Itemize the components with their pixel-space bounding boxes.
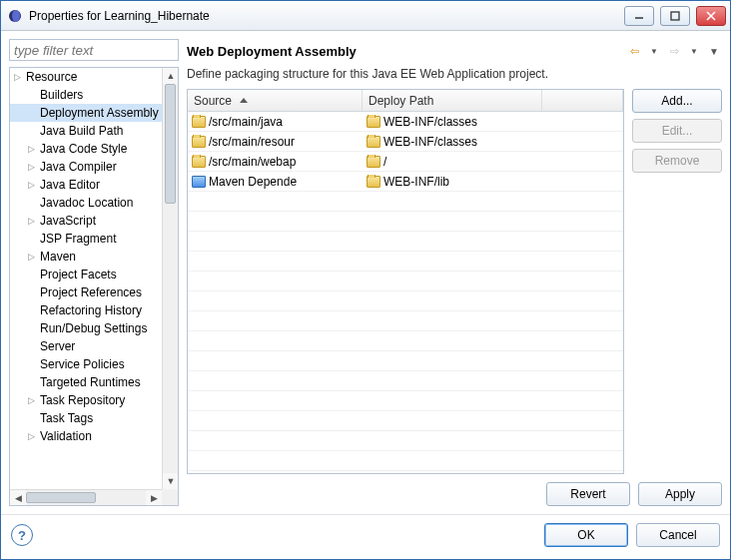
folder-icon xyxy=(192,156,206,168)
maximize-button[interactable] xyxy=(660,6,690,26)
tree-item[interactable]: Run/Debug Settings xyxy=(10,319,162,337)
assembly-table[interactable]: Source Deploy Path /src/main/javaWEB-INF… xyxy=(187,89,624,474)
tree-item[interactable]: Refactoring History xyxy=(10,301,162,319)
tree-item[interactable]: ▷Validation xyxy=(10,427,162,445)
expand-icon[interactable]: ▷ xyxy=(28,252,38,262)
tree-item-label: Builders xyxy=(40,88,83,102)
expand-icon[interactable]: ▷ xyxy=(28,216,38,226)
tree-item[interactable]: JSP Fragment xyxy=(10,230,162,248)
tree-item-label: Targeted Runtimes xyxy=(40,375,141,389)
tree-item[interactable]: ▷JavaScript xyxy=(10,212,162,230)
table-row[interactable]: /src/main/webap/ xyxy=(188,152,623,172)
tree-item-label: Task Repository xyxy=(40,393,125,407)
close-button[interactable] xyxy=(696,6,726,26)
tree-item[interactable]: ▷Maven xyxy=(10,248,162,266)
table-row-empty xyxy=(188,431,623,451)
tree-item[interactable]: Javadoc Location xyxy=(10,194,162,212)
cancel-button[interactable]: Cancel xyxy=(636,523,720,547)
tree-item-label: Project References xyxy=(40,285,142,299)
tree-item-label: Java Build Path xyxy=(40,124,123,138)
tree-item[interactable]: ▷Task Repository xyxy=(10,391,162,409)
source-cell: /src/main/java xyxy=(209,115,283,129)
deploy-cell: WEB-INF/classes xyxy=(383,135,477,149)
tree-item[interactable]: Deployment Assembly xyxy=(10,104,162,122)
scroll-left-icon[interactable]: ◀ xyxy=(10,490,26,506)
table-row-empty xyxy=(188,411,623,431)
panel-description: Define packaging structure for this Java… xyxy=(187,67,722,81)
column-deploy[interactable]: Deploy Path xyxy=(363,90,542,111)
tree-item[interactable]: Project Facets xyxy=(10,266,162,283)
tree-item-label: Service Policies xyxy=(40,357,125,371)
tree-item[interactable]: Server xyxy=(10,337,162,355)
tree-item-label: Javadoc Location xyxy=(40,196,133,210)
revert-button[interactable]: Revert xyxy=(546,482,630,506)
library-icon xyxy=(192,176,206,188)
tree-horizontal-scrollbar[interactable]: ◀ ▶ xyxy=(10,489,162,505)
table-row[interactable]: Maven DependeWEB-INF/lib xyxy=(188,172,623,192)
window-title: Properties for Learning_Hibernate xyxy=(29,9,620,23)
tree-item[interactable]: Project References xyxy=(10,283,162,301)
expand-icon[interactable]: ▷ xyxy=(28,162,38,172)
table-row-empty xyxy=(188,391,623,411)
scroll-right-icon[interactable]: ▶ xyxy=(146,490,162,506)
filter-input[interactable] xyxy=(9,39,179,61)
table-row[interactable]: /src/main/resourWEB-INF/classes xyxy=(188,132,623,152)
tree-item-label: Java Compiler xyxy=(40,160,117,174)
table-row-empty xyxy=(188,192,623,212)
folder-icon xyxy=(366,136,380,148)
table-row-empty xyxy=(188,451,623,471)
table-row-empty xyxy=(188,351,623,371)
table-row-empty xyxy=(188,371,623,391)
column-spacer xyxy=(542,90,623,111)
table-row[interactable]: /src/main/javaWEB-INF/classes xyxy=(188,112,623,132)
expand-icon[interactable]: ▷ xyxy=(28,180,38,190)
tree-item-label: Task Tags xyxy=(40,411,93,425)
tree-item[interactable]: ▷Java Editor xyxy=(10,176,162,194)
table-row-empty xyxy=(188,311,623,331)
scroll-up-icon[interactable]: ▲ xyxy=(163,68,179,84)
table-row-empty xyxy=(188,252,623,272)
folder-icon xyxy=(366,116,380,128)
expand-icon[interactable]: ▷ xyxy=(28,395,38,405)
minimize-button[interactable] xyxy=(624,6,654,26)
back-dropdown-icon[interactable]: ▼ xyxy=(646,43,662,59)
tree-item[interactable]: ▷Java Code Style xyxy=(10,140,162,158)
view-menu-icon[interactable]: ▼ xyxy=(706,43,722,59)
tree-item[interactable]: Targeted Runtimes xyxy=(10,373,162,391)
scroll-thumb[interactable] xyxy=(26,492,96,503)
scroll-thumb[interactable] xyxy=(165,84,176,204)
property-tree[interactable]: ▷ResourceBuildersDeployment AssemblyJava… xyxy=(10,68,162,489)
source-cell: /src/main/resour xyxy=(209,135,295,149)
table-row-empty xyxy=(188,212,623,232)
folder-icon xyxy=(192,116,206,128)
apply-button[interactable]: Apply xyxy=(638,482,722,506)
tree-item-label: Java Editor xyxy=(40,178,100,192)
tree-item[interactable]: ▷Java Compiler xyxy=(10,158,162,176)
tree-item[interactable]: ▷Resource xyxy=(10,68,162,86)
expand-icon[interactable]: ▷ xyxy=(28,144,38,154)
tree-item-label: JavaScript xyxy=(40,214,96,228)
expand-icon[interactable]: ▷ xyxy=(28,431,38,441)
tree-item-label: JSP Fragment xyxy=(40,232,116,246)
back-icon[interactable]: ⇦ xyxy=(626,43,642,59)
tree-item-label: Server xyxy=(40,339,75,353)
forward-icon[interactable]: ⇨ xyxy=(666,43,682,59)
tree-item[interactable]: Builders xyxy=(10,86,162,104)
tree-item-label: Deployment Assembly xyxy=(40,106,159,120)
tree-item-label: Project Facets xyxy=(40,268,117,281)
add-button[interactable]: Add... xyxy=(632,89,722,113)
expand-icon[interactable]: ▷ xyxy=(14,72,24,82)
deploy-cell: WEB-INF/lib xyxy=(383,175,449,189)
table-row-empty xyxy=(188,291,623,311)
tree-item[interactable]: Task Tags xyxy=(10,409,162,427)
tree-vertical-scrollbar[interactable]: ▲ ▼ xyxy=(162,68,178,489)
tree-item[interactable]: Service Policies xyxy=(10,355,162,373)
tree-item[interactable]: Java Build Path xyxy=(10,122,162,140)
column-source[interactable]: Source xyxy=(188,90,363,111)
help-icon[interactable]: ? xyxy=(11,524,33,546)
deploy-cell: WEB-INF/classes xyxy=(383,115,477,129)
scroll-down-icon[interactable]: ▼ xyxy=(163,473,179,489)
ok-button[interactable]: OK xyxy=(544,523,628,547)
tree-item-label: Validation xyxy=(40,429,92,443)
forward-dropdown-icon[interactable]: ▼ xyxy=(686,43,702,59)
